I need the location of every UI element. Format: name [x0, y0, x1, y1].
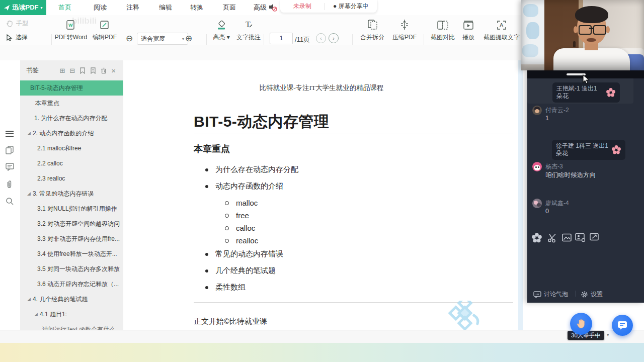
record-status[interactable]: 未录制: [280, 2, 325, 11]
chat-username[interactable]: 杨杰-3: [545, 162, 563, 171]
select-tool-button[interactable]: 选择: [6, 33, 28, 42]
bullet-text: 为什么存在动态内存分配: [215, 165, 298, 174]
bookmark-item[interactable]: 2.1 malloc和free: [20, 141, 140, 156]
fit-width-label: 适合宽度: [141, 35, 165, 43]
menu-tab-home[interactable]: 首页: [55, 0, 74, 15]
shot-ocr-button[interactable]: A 截图提取文字: [481, 33, 522, 42]
merge-split-button[interactable]: 合并拆分: [358, 33, 386, 42]
menu-tab-advanced[interactable]: 高级: [251, 0, 270, 15]
chat-username[interactable]: 付青云-2: [545, 106, 569, 115]
zoom-out-icon[interactable]: ⊖: [126, 34, 133, 43]
menu-tab-convert[interactable]: 转换: [187, 0, 206, 15]
menu-tab-annotate[interactable]: 注释: [123, 0, 142, 15]
shot-compare-label: 截图对比: [431, 33, 455, 42]
expand-all-icon[interactable]: ⊞: [59, 67, 65, 74]
collapse-arrow-icon[interactable]: ◢: [27, 126, 31, 141]
bookmark-item[interactable]: 1. 为什么存在动态内存分配: [20, 111, 137, 126]
app-logo[interactable]: 迅读PDF ▾: [0, 0, 46, 15]
bookmark-item[interactable]: ◢4.1 题目1:: [20, 307, 137, 322]
bookmark-label: 2.2 calloc: [37, 160, 63, 167]
close-panel-icon[interactable]: ×: [111, 66, 116, 75]
collapse-arrow-icon[interactable]: ◢: [27, 292, 31, 307]
screenshot-scissors-icon[interactable]: [547, 233, 557, 243]
collapse-arrow-icon[interactable]: ◢: [27, 186, 31, 201]
bookmark-item[interactable]: 3.5 对同一块动态内存多次释放: [20, 261, 140, 277]
bookmark-label: 3.3 对非动态开辟内存使用fre...: [37, 235, 120, 242]
quick-reply-icon[interactable]: [590, 233, 600, 242]
bookmark-item[interactable]: 3.3 对非动态开辟内存使用fre...: [20, 231, 140, 246]
webcam-video[interactable]: [521, 0, 644, 70]
zoom-in-icon[interactable]: ⊕: [185, 34, 192, 43]
avatar[interactable]: [532, 199, 542, 208]
play-icon: [463, 20, 474, 30]
tooltip-caret-icon[interactable]: ▾: [607, 332, 609, 337]
add-bookmark-icon[interactable]: [79, 67, 86, 74]
menu-tab-read[interactable]: 阅读: [91, 0, 110, 15]
bookmark-item[interactable]: 2.2 calloc: [20, 156, 140, 171]
menu-tab-edit[interactable]: 编辑: [156, 0, 175, 15]
avatar[interactable]: [532, 162, 542, 171]
fit-width-dropdown[interactable]: 适合宽度▾: [137, 33, 188, 45]
comments-icon[interactable]: [6, 163, 15, 172]
chat-username[interactable]: 廖斌鑫-4: [545, 199, 569, 208]
bullet-item: 为什么存在动态内存分配: [205, 165, 298, 174]
remove-bookmark-icon[interactable]: [90, 67, 96, 74]
edit-pdf-button[interactable]: 编辑PDF: [92, 33, 118, 42]
bookmark-item[interactable]: 3.2 对动态开辟空间的越界访问: [20, 216, 140, 231]
hand-tool-button[interactable]: 手型: [6, 19, 28, 28]
chat-message-text: 0: [545, 208, 549, 215]
edit-pdf-label: 编辑PDF: [93, 33, 117, 42]
bookmark-label: 3.4 使用free释放一块动态开...: [37, 250, 117, 257]
bookmark-item[interactable]: 3.4 使用free释放一块动态开...: [20, 246, 140, 261]
collapse-all-icon[interactable]: ⊟: [69, 67, 75, 74]
viewer-scrollbar[interactable]: [518, 60, 523, 330]
send-flower-button[interactable]: [531, 232, 542, 243]
chat-settings-button[interactable]: 设置: [581, 290, 603, 299]
bookmark-item[interactable]: 2.3 realloc: [20, 171, 140, 186]
bookmark-item[interactable]: ◢2. 动态内存函数的介绍: [20, 126, 130, 141]
highlight-button[interactable]: 高亮 ▾: [211, 33, 231, 42]
ribbon-page-input[interactable]: 1: [270, 33, 293, 44]
bookmark-item[interactable]: ◢3. 常见的动态内存错误: [20, 186, 130, 201]
panel-icon-strip: [0, 60, 21, 330]
shot-compare-button[interactable]: 截图对比: [429, 33, 457, 42]
screen-share-status[interactable]: ● 屏幕分享中: [325, 2, 377, 11]
pdf-page: [123, 60, 521, 330]
attachment-icon[interactable]: [6, 180, 15, 189]
prev-page-icon[interactable]: ‹: [316, 33, 326, 43]
search-icon[interactable]: [6, 197, 15, 206]
bookmark-item[interactable]: ◢4. 几个经典的笔试题: [20, 292, 130, 307]
bookmark-item[interactable]: 本章重点: [20, 96, 138, 111]
menu-tab-page[interactable]: 页面: [220, 0, 239, 15]
flower-icon: [606, 87, 616, 98]
bullet-icon: [205, 286, 208, 289]
bookmark-item[interactable]: 3.1 对NULL指针的解引用操作: [20, 201, 140, 216]
next-page-icon[interactable]: ›: [329, 33, 339, 43]
pdf-to-word-button[interactable]: W PDF转Word: [54, 33, 88, 42]
play-button[interactable]: 播放: [461, 33, 476, 42]
bookmark-item[interactable]: 3.6 动态开辟内存忘记释放（...: [20, 277, 140, 292]
collapse-arrow-icon[interactable]: ◢: [34, 307, 38, 322]
outline-list-icon[interactable]: [6, 129, 15, 138]
section-heading: 本章重点: [194, 143, 230, 155]
bullet-icon: [205, 168, 208, 171]
compress-label: 压缩PDF: [392, 33, 417, 42]
avatar-frame-icon[interactable]: [575, 233, 586, 242]
raise-hand-button[interactable]: [570, 313, 592, 335]
bookmark-item[interactable]: BIT-5-动态内存管理: [20, 80, 133, 96]
trash-icon[interactable]: [101, 67, 107, 74]
page-footer-text: 正文开始©比特就业课: [194, 317, 267, 326]
discussion-bubble-toggle[interactable]: 讨论气泡: [533, 290, 568, 299]
open-chat-button[interactable]: [612, 315, 633, 336]
image-upload-icon[interactable]: [562, 233, 572, 242]
gift-message: 徐子建 1科三 送出1朵花: [552, 140, 625, 160]
mute-speaker-icon[interactable]: [268, 3, 277, 12]
page-thumbnails-icon[interactable]: [6, 146, 15, 155]
bullet-text: 几个经典的笔试题: [215, 266, 276, 276]
bullet-text: free: [236, 211, 249, 220]
gift-text: 徐子建 1科三 送出1朵花: [556, 142, 608, 157]
text-comment-button[interactable]: T 文字批注: [234, 33, 263, 42]
app-logo-label: 迅读PDF: [12, 3, 38, 12]
compress-pdf-button[interactable]: 压缩PDF: [391, 33, 418, 42]
avatar[interactable]: [532, 106, 542, 115]
